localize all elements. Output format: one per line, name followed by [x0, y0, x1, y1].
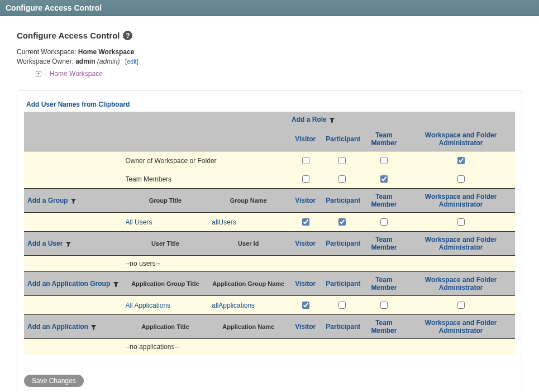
col-visitor[interactable]: Visitor [288, 189, 322, 213]
filter-icon[interactable] [70, 197, 76, 204]
team-visitor-checkbox[interactable] [302, 175, 309, 183]
group-title-head: Group Title [122, 189, 208, 213]
col-team-member[interactable]: Team Member [361, 315, 407, 339]
col-visitor[interactable]: Visitor [288, 127, 322, 151]
allusers-participant-checkbox[interactable] [338, 218, 346, 226]
col-team-member[interactable]: Team Member [361, 232, 407, 256]
access-control-panel: Add User Names from Clipboard Add a Role… [17, 90, 522, 392]
appgroup-allapps-title[interactable]: All Applications [122, 296, 208, 315]
current-workspace-label: Current Workspace: [17, 48, 76, 56]
app-name-head: Application Name [208, 315, 288, 339]
no-applications-text: --no applications-- [122, 339, 288, 355]
user-title-head: User Title [122, 232, 208, 256]
allusers-visitor-checkbox[interactable] [302, 218, 309, 226]
window-titlebar: Configure Access Control [0, 0, 539, 16]
current-workspace-line: Current Workspace: Home Workspace [17, 48, 522, 56]
owner-participant-checkbox[interactable] [338, 157, 346, 164]
no-users-text: --no users-- [122, 256, 288, 272]
window-title: Configure Access Control [6, 3, 102, 12]
allapps-visitor-checkbox[interactable] [302, 302, 309, 309]
col-visitor[interactable]: Visitor [288, 232, 322, 256]
owner-team-checkbox[interactable] [380, 157, 388, 164]
group-allusers-name[interactable]: allUsers [208, 213, 288, 232]
col-admin[interactable]: Workspace and Folder Administrator [407, 272, 515, 296]
col-participant[interactable]: Participant [322, 127, 361, 151]
col-team-member[interactable]: Team Member [361, 127, 407, 151]
allusers-team-checkbox[interactable] [380, 218, 388, 226]
add-group-link[interactable]: Add a Group [27, 197, 68, 204]
col-team-member[interactable]: Team Member [361, 189, 407, 213]
col-participant[interactable]: Participant [322, 272, 361, 296]
owner-admin-checkbox[interactable] [457, 157, 465, 164]
owner-visitor-checkbox[interactable] [302, 157, 309, 164]
team-participant-checkbox[interactable] [338, 175, 346, 183]
workspace-owner-line: Workspace Owner: admin (admin) [edit] [17, 58, 522, 65]
add-role-link[interactable]: Add a Role [292, 116, 327, 123]
user-id-head: User Id [208, 232, 288, 256]
filter-icon[interactable] [328, 116, 335, 123]
workspace-owner-value: admin [75, 58, 95, 65]
row-owner-label: Owner of Workspace or Folder [122, 151, 288, 170]
workspace-owner-login: (admin) [97, 58, 120, 65]
page-title: Configure Access Control [17, 31, 120, 40]
appgroup-name-head: Application Group Name [208, 272, 288, 296]
save-changes-button[interactable]: Save Changes [24, 375, 84, 387]
appgroup-allapps-name[interactable]: allApplications [208, 296, 288, 315]
group-name-head: Group Name [208, 189, 288, 213]
group-allusers-title[interactable]: All Users [122, 213, 208, 232]
filter-icon[interactable] [112, 280, 118, 288]
col-admin[interactable]: Workspace and Folder Administrator [407, 232, 515, 256]
col-team-member[interactable]: Team Member [361, 272, 407, 296]
col-participant[interactable]: Participant [322, 189, 361, 213]
col-participant[interactable]: Participant [322, 315, 361, 339]
col-admin[interactable]: Workspace and Folder Administrator [407, 127, 515, 151]
tree-expand-icon[interactable]: + [36, 71, 41, 77]
filter-icon[interactable] [65, 240, 71, 247]
team-admin-checkbox[interactable] [457, 175, 465, 183]
allapps-admin-checkbox[interactable] [457, 302, 465, 309]
team-team-checkbox[interactable] [380, 175, 388, 183]
col-visitor[interactable]: Visitor [288, 272, 322, 296]
edit-owner-link[interactable]: [edit] [125, 58, 139, 65]
tree-home-workspace-link[interactable]: Home Workspace [50, 70, 103, 78]
tree-dots-icon: ·· [44, 70, 47, 78]
filter-icon[interactable] [90, 323, 96, 331]
allusers-admin-checkbox[interactable] [457, 218, 465, 226]
workspace-owner-label: Workspace Owner: [17, 58, 74, 65]
appgroup-title-head: Application Group Title [122, 272, 208, 296]
row-team-members-label: Team Members [122, 170, 288, 189]
col-admin[interactable]: Workspace and Folder Administrator [407, 315, 515, 339]
col-participant[interactable]: Participant [322, 232, 361, 256]
col-admin[interactable]: Workspace and Folder Administrator [407, 189, 515, 213]
app-title-head: Application Title [122, 315, 208, 339]
add-user-link[interactable]: Add a User [27, 240, 63, 247]
allapps-team-checkbox[interactable] [380, 302, 388, 309]
add-from-clipboard-link[interactable]: Add User Names from Clipboard [26, 101, 130, 108]
allapps-participant-checkbox[interactable] [338, 302, 346, 309]
add-application-link[interactable]: Add an Application [27, 323, 88, 331]
col-visitor[interactable]: Visitor [288, 315, 322, 339]
add-appgroup-link[interactable]: Add an Application Group [27, 280, 110, 288]
current-workspace-value: Home Workspace [78, 48, 134, 56]
help-icon[interactable]: ? [123, 31, 132, 40]
